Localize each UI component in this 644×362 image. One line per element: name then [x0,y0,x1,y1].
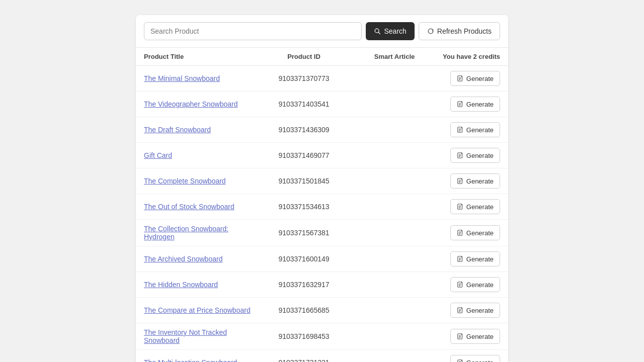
edit-icon [457,359,464,362]
product-id: 9103371698453 [259,332,349,340]
table-row: The Hidden Snowboard 9103371632917 Gener… [136,272,508,298]
generate-button[interactable]: Generate [450,173,500,189]
table-row: The Multi-location Snowboard 91033717312… [136,350,508,362]
col-id-label: Product ID [259,53,349,60]
table-row: The Inventory Not Tracked Snowboard 9103… [136,323,508,350]
generate-label: Generate [466,126,494,134]
table-row: Gift Card 9103371469077 Generate [136,143,508,168]
table-row: The Minimal Snowboard 9103371370773 Gene… [136,66,508,92]
product-title-link[interactable]: Gift Card [144,151,259,159]
generate-button[interactable]: Generate [450,303,500,318]
generate-button[interactable]: Generate [450,277,500,292]
product-title-link[interactable]: The Videographer Snowboard [144,100,259,108]
page-wrapper: Search Refresh Products Product Title Pr… [0,0,644,362]
table-row: The Complete Snowboard 9103371501845 Gen… [136,168,508,194]
product-title-link[interactable]: The Inventory Not Tracked Snowboard [144,328,259,344]
table-row: The Collection Snowboard: Hydrogen 91033… [136,220,508,246]
generate-button[interactable]: Generate [450,71,500,86]
edit-icon [457,152,464,159]
generate-label: Generate [466,152,494,159]
edit-icon [457,177,464,185]
product-title-link[interactable]: The Out of Stock Snowboard [144,203,259,211]
refresh-button[interactable]: Refresh Products [419,22,500,40]
edit-icon [457,229,464,236]
generate-button[interactable]: Generate [450,199,500,214]
svg-line-1 [379,32,380,34]
generate-label: Generate [466,101,494,108]
generate-button[interactable]: Generate [450,97,500,112]
product-title-link[interactable]: The Draft Snowboard [144,126,259,134]
generate-button[interactable]: Generate [450,122,500,137]
product-id: 9103371567381 [259,229,349,237]
search-button[interactable]: Search [366,22,414,40]
edit-icon [457,203,464,210]
generate-button[interactable]: Generate [450,148,500,163]
product-id: 9103371600149 [259,255,349,263]
product-id: 9103371632917 [259,281,349,289]
search-label: Search [384,27,406,35]
generate-button[interactable]: Generate [450,329,500,344]
edit-icon [457,333,464,340]
search-icon [374,28,381,35]
toolbar: Search Refresh Products [136,15,508,48]
generate-button[interactable]: Generate [450,251,500,266]
generate-label: Generate [466,203,494,211]
product-title-link[interactable]: The Hidden Snowboard [144,281,259,289]
product-title-link[interactable]: The Minimal Snowboard [144,74,259,82]
refresh-icon [427,28,434,35]
edit-icon [457,75,464,82]
generate-label: Generate [466,333,494,340]
edit-icon [457,255,464,262]
table-header: Product Title Product ID Smart Article Y… [136,48,508,66]
edit-icon [457,101,464,108]
main-container: Search Refresh Products Product Title Pr… [136,15,508,362]
product-title-link[interactable]: The Archived Snowboard [144,255,259,263]
edit-icon [457,126,464,133]
product-title-link[interactable]: The Complete Snowboard [144,177,259,185]
col-smart-article-label: Smart Article [349,53,440,60]
refresh-label: Refresh Products [437,27,492,35]
product-id: 9103371403541 [259,100,349,108]
generate-label: Generate [466,307,494,314]
search-input[interactable] [144,22,362,40]
product-title-link[interactable]: The Compare at Price Snowboard [144,306,259,314]
product-id: 9103371665685 [259,306,349,314]
col-title-label: Product Title [144,53,259,60]
table-row: The Out of Stock Snowboard 9103371534613… [136,194,508,220]
product-id: 9103371436309 [259,126,349,134]
generate-label: Generate [466,75,494,82]
product-id: 9103371370773 [259,74,349,82]
table-row: The Archived Snowboard 9103371600149 Gen… [136,246,508,272]
generate-label: Generate [466,255,494,263]
product-id: 9103371501845 [259,177,349,185]
product-id: 9103371731221 [259,358,349,362]
table-row: The Videographer Snowboard 9103371403541… [136,92,508,117]
generate-label: Generate [466,229,494,237]
product-id: 9103371534613 [259,203,349,211]
edit-icon [457,281,464,288]
table-row: The Compare at Price Snowboard 910337166… [136,298,508,323]
product-title-link[interactable]: The Multi-location Snowboard [144,358,259,362]
product-id: 9103371469077 [259,151,349,159]
generate-button[interactable]: Generate [450,225,500,240]
generate-label: Generate [466,281,494,289]
generate-label: Generate [466,177,494,185]
col-credits-label: You have 2 credits [440,53,500,60]
table-row: The Draft Snowboard 9103371436309 Genera… [136,117,508,143]
table-body: The Minimal Snowboard 9103371370773 Gene… [136,66,508,362]
product-title-link[interactable]: The Collection Snowboard: Hydrogen [144,225,259,241]
edit-icon [457,307,464,314]
generate-label: Generate [466,359,494,363]
generate-button[interactable]: Generate [450,355,500,362]
